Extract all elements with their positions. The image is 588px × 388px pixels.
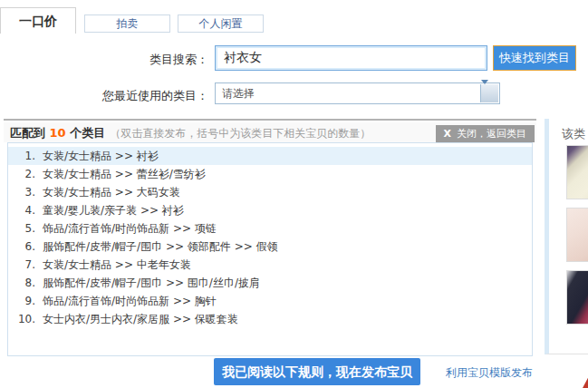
category-list-item[interactable]: 3. 女装/女士精品 >> 大码女装 (8, 183, 532, 201)
category-list-item[interactable]: 7. 女装/女士精品 >> 中老年女装 (8, 256, 532, 274)
item-text: 女士内衣/男士内衣/家居服 >> 保暖套装 (43, 310, 238, 328)
match-count-suffix: 个类目 (66, 126, 106, 140)
close-icon: X (444, 128, 451, 140)
category-list-item[interactable]: 2. 女装/女士精品 >> 蕾丝衫/雪纺衫 (8, 165, 532, 183)
category-search-input[interactable] (215, 45, 487, 71)
item-text: 女装/女士精品 >> 衬衫 (43, 147, 159, 165)
item-number: 1. (8, 147, 43, 165)
select-dropdown-button[interactable] (480, 84, 498, 102)
tab-personal-idle[interactable]: 个人闲置 (178, 15, 264, 33)
item-number: 2. (8, 165, 43, 183)
product-thumbnail-shirt[interactable] (566, 145, 588, 199)
item-text: 服饰配件/皮带/帽子/围巾 >> 围巾/丝巾/披肩 (43, 274, 260, 292)
item-text: 饰品/流行首饰/时尚饰品新 >> 项链 (43, 219, 217, 238)
publish-item-page: 一口价 拍卖 个人闲置 类目搜索： 快速找到类目 您最近使用的类目： 请选择 匹… (0, 0, 588, 388)
category-search-label: 类目搜索： (72, 52, 208, 68)
item-number: 6. (8, 238, 43, 256)
chevron-down-icon (481, 80, 488, 102)
match-count: 10 (50, 126, 66, 140)
item-number: 5. (8, 219, 43, 238)
item-number: 7. (8, 256, 43, 274)
category-list-item[interactable]: 4. 童装/婴儿装/亲子装 >> 衬衫 (8, 201, 532, 219)
recent-category-selected-value: 请选择 (216, 83, 499, 103)
publish-with-template-link[interactable]: 利用宝贝模版发布 (446, 365, 533, 381)
quick-find-category-button[interactable]: 快速找到类目 (493, 45, 576, 71)
category-list-item[interactable]: 9. 饰品/流行首饰/时尚饰品新 >> 胸针 (8, 292, 532, 310)
recent-category-label: 您最近使用的类目： (45, 88, 208, 104)
matched-category-list: 1. 女装/女士精品 >> 衬衫 2. 女装/女士精品 >> 蕾丝衫/雪纺衫 3… (7, 142, 533, 356)
category-list-item[interactable]: 10. 女士内衣/男士内衣/家居服 >> 保暖套装 (8, 310, 532, 328)
close-button-label: 关闭，返回类目 (457, 128, 526, 140)
recent-category-select[interactable]: 请选择 (215, 82, 500, 104)
match-panel-header: 匹配到 10 个类目 （双击直接发布，括号中为该类目下相关宝贝的数量） X关闭，… (4, 122, 536, 142)
item-number: 8. (8, 274, 43, 292)
tab-auction[interactable]: 拍卖 (84, 15, 170, 33)
item-number: 9. (8, 292, 43, 310)
item-number: 4. (8, 201, 43, 219)
item-text: 女装/女士精品 >> 大码女装 (43, 183, 180, 201)
item-number: 10. (8, 310, 43, 328)
item-text: 童装/婴儿装/亲子装 >> 衬衫 (43, 201, 184, 219)
matched-categories-panel: 匹配到 10 个类目 （双击直接发布，括号中为该类目下相关宝贝的数量） X关闭，… (4, 119, 536, 355)
category-list-item[interactable]: 6. 服饰配件/皮带/帽子/围巾 >> 领部配件 >> 假领 (8, 238, 532, 256)
match-count-prefix: 匹配到 (10, 126, 50, 140)
item-text: 服饰配件/皮带/帽子/围巾 >> 领部配件 >> 假领 (43, 238, 278, 256)
tab-fixed-price[interactable]: 一口价 (0, 7, 76, 34)
red-corner-mark (583, 374, 588, 388)
item-text: 女装/女士精品 >> 蕾丝衫/雪纺衫 (43, 165, 206, 183)
category-list-item[interactable]: 1. 女装/女士精品 >> 衬衫 (8, 147, 532, 165)
category-list-item[interactable]: 5. 饰品/流行首饰/时尚饰品新 >> 项链 (8, 219, 532, 238)
match-panel-hint: （双击直接发布，括号中为该类目下相关宝贝的数量） (110, 127, 371, 140)
publish-now-button[interactable]: 我已阅读以下规则，现在发布宝贝 (214, 358, 420, 385)
product-thumbnail-jewelry[interactable] (566, 208, 588, 262)
category-list-item[interactable]: 8. 服饰配件/皮带/帽子/围巾 >> 围巾/丝巾/披肩 (8, 274, 532, 292)
close-return-category-button[interactable]: X关闭，返回类目 (436, 125, 535, 142)
item-number: 3. (8, 183, 43, 201)
item-text: 饰品/流行首饰/时尚饰品新 >> 胸针 (43, 292, 217, 310)
item-text: 女装/女士精品 >> 中老年女装 (43, 256, 191, 274)
product-thumbnail-lace[interactable] (566, 270, 588, 325)
sidebar-title: 该类 (562, 126, 585, 142)
